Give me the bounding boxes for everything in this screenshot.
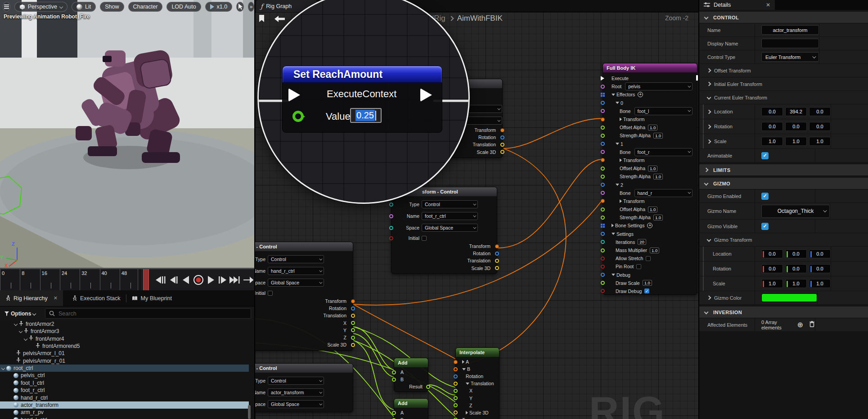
tab-details[interactable]: Details ✕ <box>699 0 775 10</box>
float-pin-icon[interactable] <box>601 281 605 285</box>
number-field[interactable]: 0.0 <box>809 122 831 131</box>
float-pin-icon[interactable] <box>601 134 605 138</box>
struct-pin-icon[interactable] <box>454 374 458 378</box>
number-field[interactable]: 1.0 <box>785 279 807 288</box>
expander-icon[interactable] <box>19 329 22 333</box>
node-header[interactable]: Add <box>394 358 428 367</box>
color-swatch[interactable] <box>761 293 817 302</box>
dropdown[interactable]: Euler Transform <box>761 52 819 62</box>
node-header[interactable]: sform - Control <box>254 242 353 251</box>
field-dropdown[interactable]: Control <box>268 255 324 263</box>
transform-pin-icon[interactable] <box>500 128 504 132</box>
expand-toolbar-button[interactable]: » <box>248 2 254 12</box>
chevron-icon[interactable] <box>707 296 711 300</box>
tree-item-hand_l_ctrl[interactable]: hand_l_ctrl <box>0 416 249 419</box>
add-array-element-icon[interactable]: + <box>647 223 652 228</box>
dropdown[interactable]: Octagon_Thick <box>761 205 830 218</box>
value-pin[interactable] <box>292 111 304 122</box>
number-field[interactable]: 1.0 <box>761 279 783 288</box>
float-pin-icon[interactable] <box>392 370 396 374</box>
breadcrumb-current[interactable]: AimWithFBIK <box>457 14 503 23</box>
field-dropdown[interactable]: foot_r_ctrl <box>422 212 478 220</box>
wire[interactable] <box>353 340 394 410</box>
transform-pin-icon[interactable] <box>454 367 458 371</box>
tree-item-pelvis_ctrl[interactable]: pelvis_ctrl <box>0 372 249 379</box>
expander-icon[interactable] <box>466 411 468 414</box>
expander-icon[interactable] <box>466 383 469 385</box>
control-node-ctrl-actor[interactable]: sform - ControlTypeControlNameactor_tran… <box>254 363 353 412</box>
section-header-control[interactable]: CONTROL <box>699 12 868 23</box>
checkbox[interactable]: ✓ <box>761 193 769 200</box>
value-input[interactable]: 0.25 <box>350 108 382 123</box>
float-pin-icon[interactable] <box>601 167 605 171</box>
name-pin-icon[interactable] <box>389 214 393 218</box>
expander-icon[interactable] <box>24 337 27 340</box>
bone-dropdown[interactable]: hand_r <box>634 189 693 197</box>
chevron-icon[interactable] <box>707 95 711 100</box>
checkbox[interactable]: ✓ <box>644 288 649 293</box>
expander-icon[interactable] <box>620 158 622 162</box>
vec-pin-icon[interactable] <box>454 410 458 414</box>
section-header-limits[interactable]: LIMITS <box>699 164 868 176</box>
section-header-gizmo[interactable]: GIZMO <box>699 178 868 189</box>
tree-item-foot_l_ctrl[interactable]: foot_l_ctrl <box>0 379 249 387</box>
tree-item-arm_r_pv[interactable]: arm_r_pv <box>0 409 249 416</box>
expander-icon[interactable] <box>1 366 5 370</box>
number-field[interactable]: 1.0 <box>785 137 807 146</box>
float-pin-icon[interactable] <box>454 396 458 400</box>
float-pin-icon[interactable] <box>601 126 605 130</box>
checkbox[interactable] <box>268 291 273 296</box>
checkbox[interactable]: ✓ <box>761 152 769 159</box>
value-box[interactable]: 1.0 <box>643 280 652 286</box>
section-header-inversion[interactable]: INVERSION <box>699 306 868 318</box>
add-node-1[interactable]: AddABResult <box>394 358 428 392</box>
float-pin-icon[interactable] <box>601 207 605 212</box>
show-button[interactable]: Show <box>100 2 124 12</box>
field-dropdown[interactable]: Global Space <box>268 400 324 408</box>
tree-item-pelvisArmor_l_01[interactable]: pelvisArmor_l_01 <box>0 350 249 357</box>
bone-dropdown[interactable]: foot_r <box>634 148 693 156</box>
vec-pin-icon[interactable] <box>500 143 504 147</box>
exec-in-pin[interactable] <box>288 88 300 102</box>
value-box[interactable]: 1.0 <box>648 166 657 171</box>
transform-pin-icon[interactable] <box>601 199 605 203</box>
float-pin-icon[interactable] <box>392 411 396 415</box>
bone-dropdown[interactable]: foot_l <box>634 107 693 115</box>
number-field[interactable]: 1.0 <box>809 279 831 288</box>
checkbox[interactable] <box>422 236 427 241</box>
checkbox[interactable] <box>636 264 641 269</box>
float-pin-icon[interactable] <box>601 216 605 220</box>
struct-pin-icon[interactable] <box>495 252 499 256</box>
number-field[interactable]: 0.0 <box>785 249 807 258</box>
node-header[interactable]: Interpolate <box>456 348 499 357</box>
checkbox[interactable] <box>646 256 651 261</box>
float-pin-icon[interactable] <box>351 336 355 340</box>
expander-icon[interactable] <box>616 143 619 145</box>
name-pin-icon[interactable] <box>601 109 605 113</box>
tree-item-frontArmorend5[interactable]: frontArmorend5 <box>0 342 249 350</box>
exec-pin-icon[interactable] <box>601 76 604 81</box>
name-pin-icon[interactable] <box>601 191 605 195</box>
expander-icon[interactable] <box>14 322 18 326</box>
transform-pin-icon[interactable] <box>351 299 355 303</box>
number-field[interactable]: 0.0 <box>761 264 783 273</box>
full-body-ik-node[interactable]: Full Body IKExecuteRootpelvisEffectors+0… <box>603 63 697 295</box>
wire[interactable] <box>353 304 456 359</box>
float-pin-icon[interactable] <box>601 248 605 252</box>
hierarchy-scrollbar[interactable] <box>248 405 251 419</box>
number-field[interactable]: 0.0 <box>761 249 783 258</box>
expander-icon[interactable] <box>612 233 615 235</box>
field-dropdown[interactable]: Control <box>268 377 324 385</box>
number-field[interactable]: 0.0 <box>809 264 831 273</box>
value-box[interactable]: 1.0 <box>648 207 657 212</box>
field-dropdown[interactable]: Global Space <box>268 279 324 287</box>
control-node-ctrl-hand-r[interactable]: sform - ControlTypeControlNamehand_r_ctr… <box>254 242 353 351</box>
value-box[interactable]: 20 <box>638 239 646 245</box>
bool-pin-icon[interactable] <box>389 236 393 240</box>
number-field[interactable]: 0.0 <box>761 107 783 116</box>
tree-item-frontArmor2[interactable]: frontArmor2 <box>0 320 249 328</box>
array-pin-icon[interactable] <box>601 224 605 228</box>
expander-icon[interactable] <box>612 224 614 227</box>
tree-item-pelvisArmor_r_01[interactable]: pelvisArmor_r_01 <box>0 357 249 365</box>
float-pin-icon[interactable] <box>392 378 396 382</box>
